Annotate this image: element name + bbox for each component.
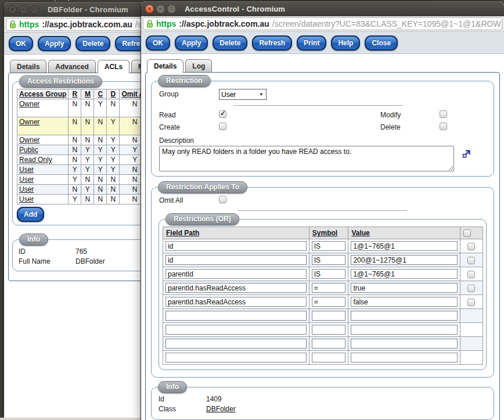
ok-button[interactable]: OK (9, 36, 33, 51)
symbol-input[interactable] (312, 269, 346, 279)
value-input[interactable] (351, 353, 457, 362)
restriction-applies-to-fieldset: Restriction Applies To Omit All Restrict… (151, 187, 494, 378)
maximize-icon[interactable]: □ (30, 5, 39, 14)
acl-group-link[interactable]: User (19, 175, 34, 184)
url-field[interactable]: https://aspc.jobtrack.com.au/screen/data… (143, 17, 502, 30)
field-path-input[interactable] (165, 241, 307, 251)
delete-checkbox[interactable] (440, 123, 447, 130)
details-panel: Restriction Group User ▼ Read Modify (145, 72, 500, 420)
value-input[interactable] (351, 325, 457, 335)
modify-label: Modify (380, 111, 401, 119)
value-input[interactable] (351, 269, 457, 279)
col-symbol[interactable]: Symbol (309, 227, 348, 239)
close-icon[interactable]: × (8, 5, 17, 14)
value-input[interactable] (351, 283, 457, 293)
row-checkbox[interactable] (467, 243, 475, 250)
apply-button[interactable]: Apply (38, 36, 71, 51)
omit-all-checkbox[interactable] (219, 196, 226, 203)
accesscontrol-toolbar: OK Apply Delete Refresh Print Help Close (141, 32, 504, 54)
symbol-input[interactable] (312, 297, 346, 307)
info-legend: Info (158, 381, 187, 393)
ok-button[interactable]: OK (146, 35, 170, 51)
tab-acls[interactable]: ACLs (98, 60, 129, 73)
apply-button[interactable]: Apply (175, 35, 208, 51)
table-row (163, 323, 483, 337)
table-row (163, 239, 483, 253)
row-checkbox[interactable] (467, 271, 475, 278)
select-all-checkbox[interactable] (463, 229, 471, 237)
row-checkbox[interactable] (467, 299, 475, 306)
value-input[interactable] (351, 241, 457, 251)
close-button[interactable]: Close (365, 35, 398, 51)
modify-checkbox[interactable] (440, 110, 447, 118)
field-path-input[interactable] (165, 339, 307, 349)
field-path-input[interactable] (165, 255, 307, 265)
expand-icon[interactable] (462, 149, 471, 159)
tab-details[interactable]: Details (147, 59, 183, 73)
minimize-icon[interactable]: − (156, 5, 165, 13)
col-access-group[interactable]: Access Group (17, 89, 69, 99)
symbol-input[interactable] (312, 311, 346, 321)
symbol-input[interactable] (312, 339, 346, 349)
symbol-input[interactable] (312, 255, 346, 265)
description-textarea[interactable]: May only READ folders in a folder you ha… (159, 146, 454, 171)
col-d[interactable]: D (107, 89, 120, 99)
restrictions-or-table: Field Path Symbol Value (163, 227, 483, 365)
value-input[interactable] (351, 339, 457, 349)
symbol-input[interactable] (312, 283, 346, 293)
acl-group-link[interactable]: Owner (19, 118, 39, 126)
col-c[interactable]: C (94, 89, 107, 99)
delete-button[interactable]: Delete (213, 35, 247, 51)
maximize-icon[interactable]: □ (167, 5, 176, 13)
field-path-input[interactable] (165, 311, 307, 321)
tab-advanced[interactable]: Advanced (48, 60, 95, 73)
read-checkbox[interactable] (219, 110, 226, 118)
acl-group-link[interactable]: User (19, 185, 34, 193)
restrictions-or-fieldset: Restrictions (OR) Field Path Symbol Valu… (159, 219, 487, 370)
table-row (163, 253, 483, 267)
acl-group-link[interactable]: Owner (19, 100, 39, 108)
field-path-input[interactable] (165, 325, 307, 335)
divider-line (237, 210, 407, 211)
print-button[interactable]: Print (297, 35, 326, 51)
acl-group-link[interactable]: Owner (19, 136, 39, 144)
col-field-path[interactable]: Field Path (163, 227, 309, 239)
acl-group-link[interactable]: User (19, 195, 34, 203)
col-value[interactable]: Value (348, 227, 460, 239)
class-link[interactable]: DBFolder (206, 405, 236, 413)
col-r[interactable]: R (69, 89, 81, 99)
group-select[interactable]: User (219, 89, 267, 100)
field-path-input[interactable] (165, 297, 307, 307)
acl-group-link[interactable]: User (19, 166, 34, 174)
url-host: ://aspc.jobtrack.com.au (179, 19, 269, 28)
url-scheme: https (156, 19, 176, 28)
row-checkbox[interactable] (467, 285, 475, 292)
restriction-fieldset: Restriction Group User ▼ Read Modify (151, 81, 494, 177)
row-checkbox[interactable] (467, 257, 475, 264)
tab-details[interactable]: Details (10, 60, 46, 73)
tab-log[interactable]: Log (185, 59, 212, 72)
field-path-input[interactable] (165, 283, 307, 293)
acl-group-link[interactable]: Read Only (19, 156, 52, 164)
add-button[interactable]: Add (17, 207, 44, 222)
symbol-input[interactable] (312, 353, 346, 362)
refresh-button[interactable]: Refresh (252, 35, 292, 51)
close-icon[interactable]: × (145, 5, 154, 13)
value-input[interactable] (351, 255, 457, 265)
value-input[interactable] (351, 311, 457, 321)
help-button[interactable]: Help (331, 35, 360, 51)
acl-group-link[interactable]: Public (19, 146, 38, 154)
field-path-input[interactable] (165, 353, 307, 362)
symbol-input[interactable] (312, 241, 346, 251)
value-input[interactable] (351, 297, 457, 307)
symbol-input[interactable] (312, 325, 346, 335)
field-path-input[interactable] (165, 269, 307, 279)
info-fieldset: Info Id 1409 Class DBFolder (151, 387, 494, 420)
delete-button[interactable]: Delete (75, 36, 110, 51)
col-m[interactable]: M (81, 89, 94, 99)
create-checkbox[interactable] (219, 123, 226, 130)
table-row (163, 351, 483, 365)
minimize-icon[interactable]: − (19, 5, 28, 14)
back-window-bottom-edge (0, 418, 141, 420)
url-path: /screen/dataentry?UC=83&CLASS_KEY=1095@1… (272, 19, 501, 28)
